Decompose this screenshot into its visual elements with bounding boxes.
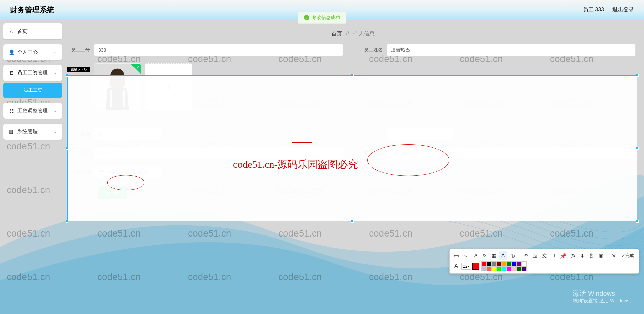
number-tool-icon[interactable]: ① bbox=[508, 251, 517, 260]
more-icon[interactable]: ▣ bbox=[596, 251, 605, 260]
color-swatch[interactable] bbox=[512, 261, 517, 266]
header-user[interactable]: 员工 333 bbox=[583, 6, 604, 13]
selection-handle[interactable] bbox=[66, 220, 68, 223]
color-swatch[interactable] bbox=[522, 261, 527, 266]
mosaic-tool-icon[interactable]: ▦ bbox=[489, 251, 498, 260]
translate-icon[interactable]: 文 bbox=[540, 251, 549, 260]
undo-icon[interactable]: ↶ bbox=[521, 251, 530, 260]
selection-dimensions: 1686 × 434 bbox=[67, 67, 90, 72]
color-swatch[interactable] bbox=[481, 266, 486, 271]
list-icon: ☷ bbox=[9, 108, 14, 114]
color-swatch[interactable] bbox=[486, 266, 491, 271]
selection-handle[interactable] bbox=[66, 147, 68, 150]
pin-icon[interactable]: 📌 bbox=[559, 251, 568, 260]
user-icon: 👤 bbox=[9, 49, 14, 55]
color-swatch[interactable] bbox=[506, 266, 512, 271]
windows-activation-notice: 激活 Windows 转到"设置"以激活 Windows。 bbox=[573, 289, 634, 304]
color-swatch[interactable] bbox=[481, 261, 486, 266]
monitor-icon: 🖥 bbox=[9, 70, 14, 76]
pen-tool-icon[interactable]: ✎ bbox=[480, 251, 489, 260]
breadcrumb: 首页 // 个人信息 bbox=[67, 23, 639, 44]
clock-icon[interactable]: ◷ bbox=[568, 251, 577, 260]
emp-name-input[interactable] bbox=[387, 44, 636, 56]
long-screenshot-icon[interactable]: ⇲ bbox=[531, 251, 539, 260]
selection-handle[interactable] bbox=[636, 147, 639, 150]
chevron-down-icon: ⌄ bbox=[54, 129, 57, 134]
color-swatch[interactable] bbox=[486, 261, 491, 266]
selection-handle[interactable] bbox=[636, 74, 639, 77]
done-button[interactable]: ✓完成 bbox=[619, 251, 637, 260]
sidebar-item-adjust[interactable]: ☷ 工资调整管理 ⌄ bbox=[3, 103, 62, 119]
color-swatch-active[interactable] bbox=[472, 263, 479, 270]
app-title: 财务管理系统 bbox=[10, 5, 54, 15]
sidebar-item-personal[interactable]: 👤 个人中心 ⌄ bbox=[3, 44, 62, 60]
download-icon[interactable]: ⬇ bbox=[578, 251, 586, 260]
sidebar-item-system[interactable]: ▦ 系统管理 ⌄ bbox=[3, 124, 62, 140]
text-tool-icon[interactable]: A bbox=[499, 251, 507, 260]
breadcrumb-current: 个人信息 bbox=[353, 31, 375, 36]
color-swatch[interactable] bbox=[512, 266, 517, 271]
screenshot-toolbar: ▭ ○ ↗ ✎ ▦ A ① ↶ ⇲ 文 ⌗ 📌 ◷ ⬇ ⎘ ▣ ✕ ✓完成 A … bbox=[449, 249, 639, 274]
color-swatch[interactable] bbox=[491, 266, 496, 271]
screenshot-selection[interactable] bbox=[67, 75, 637, 221]
font-size-select[interactable]: 12▾ bbox=[461, 263, 471, 270]
selection-handle[interactable] bbox=[351, 220, 354, 223]
color-swatch[interactable] bbox=[517, 261, 522, 266]
success-icon: ✓ bbox=[304, 15, 309, 20]
emp-id-label: 员工工号 bbox=[70, 47, 94, 53]
color-swatch[interactable] bbox=[496, 261, 501, 266]
logout-link[interactable]: 退出登录 bbox=[612, 6, 634, 13]
color-swatch[interactable] bbox=[496, 266, 501, 271]
home-icon: ⌂ bbox=[9, 29, 14, 34]
rect-tool-icon[interactable]: ▭ bbox=[452, 251, 461, 260]
sidebar-subitem-salary[interactable]: 员工工资 bbox=[3, 83, 62, 98]
copy-icon[interactable]: ⎘ bbox=[587, 251, 596, 260]
close-icon[interactable]: ✕ bbox=[609, 251, 618, 260]
color-swatch[interactable] bbox=[522, 266, 527, 271]
color-swatch[interactable] bbox=[517, 266, 522, 271]
chevron-down-icon: ⌄ bbox=[54, 50, 57, 54]
color-swatch[interactable] bbox=[491, 261, 496, 266]
emp-id-input[interactable] bbox=[94, 44, 343, 56]
circle-tool-icon[interactable]: ○ bbox=[461, 251, 470, 260]
breadcrumb-separator: // bbox=[346, 31, 349, 36]
color-swatch[interactable] bbox=[506, 261, 512, 266]
chevron-down-icon: ⌄ bbox=[54, 71, 57, 75]
annotation-text: code51.cn-源码乐园盗图必究 bbox=[233, 158, 358, 171]
success-toast: ✓ 修改信息成功 bbox=[298, 12, 346, 24]
ocr-icon[interactable]: ⌗ bbox=[549, 251, 558, 260]
text-style-icon[interactable]: A bbox=[452, 262, 461, 271]
emp-name-label: 员工姓名 bbox=[363, 47, 387, 53]
breadcrumb-home[interactable]: 首页 bbox=[331, 31, 342, 36]
toast-text: 修改信息成功 bbox=[312, 15, 340, 21]
arrow-tool-icon[interactable]: ↗ bbox=[471, 251, 479, 260]
upload-success-icon bbox=[130, 64, 141, 74]
sidebar-item-home[interactable]: ⌂ 首页 bbox=[3, 23, 62, 39]
sidebar-item-salary[interactable]: 🖥 员工工资管理 ⌄ bbox=[3, 65, 62, 81]
grid-icon: ▦ bbox=[9, 129, 14, 135]
selection-handle[interactable] bbox=[636, 220, 639, 223]
selection-handle[interactable] bbox=[66, 74, 68, 77]
color-swatch[interactable] bbox=[501, 266, 506, 271]
selection-handle[interactable] bbox=[351, 74, 354, 77]
color-swatch[interactable] bbox=[501, 261, 506, 266]
sidebar: ⌂ 首页 👤 个人中心 ⌄ 🖥 员工工资管理 ⌄ 员工工资 ☷ 工资调整管理 ⌄… bbox=[3, 23, 62, 145]
chevron-down-icon: ⌄ bbox=[54, 109, 57, 113]
